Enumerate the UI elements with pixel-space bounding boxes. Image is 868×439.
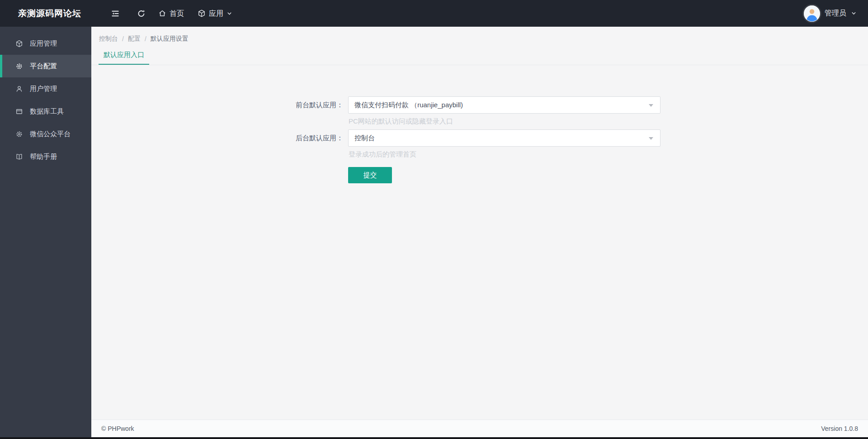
menu-fold-icon	[111, 9, 120, 18]
form-row-admin-default-app: 后台默认应用： 控制台	[91, 129, 868, 147]
nav-home[interactable]: 首页	[158, 9, 184, 18]
refresh-button[interactable]	[137, 9, 146, 18]
bottom-edge-strip	[0, 437, 868, 439]
sidebar-item-label: 应用管理	[30, 39, 57, 48]
sidebar-item-label: 帮助手册	[30, 153, 57, 161]
admin-default-app-help: 登录成功后的管理首页	[349, 150, 868, 159]
book-icon	[15, 153, 23, 161]
sidebar-item-label: 用户管理	[30, 85, 57, 93]
sidebar-item-app-management[interactable]: 应用管理	[0, 32, 91, 55]
sidebar-item-label: 数据库工具	[30, 107, 64, 116]
front-default-app-label: 前台默认应用：	[91, 101, 343, 110]
home-icon	[158, 10, 166, 18]
footer: © PHPwork Version 1.0.8	[91, 420, 868, 437]
admin-default-app-label: 后台默认应用：	[91, 134, 343, 143]
cube-icon	[15, 40, 23, 48]
tabs-divider	[91, 65, 868, 65]
refresh-icon	[137, 9, 146, 18]
front-default-app-value: 微信支付扫码付款 （ruanjie_paybill)	[354, 101, 463, 110]
gear-icon	[15, 62, 23, 70]
admin-default-app-select[interactable]: 控制台	[348, 129, 660, 147]
sidebar-item-help-manual[interactable]: 帮助手册	[0, 145, 91, 168]
chevron-down-icon	[226, 10, 232, 16]
window-icon	[15, 108, 23, 115]
settings-form: 前台默认应用： 微信支付扫码付款 （ruanjie_paybill) PC网站的…	[91, 96, 868, 183]
sidebar-item-wechat-platform[interactable]: 微信公众平台	[0, 123, 91, 145]
sidebar-item-label: 微信公众平台	[30, 130, 71, 138]
user-menu[interactable]: 管理员	[804, 5, 857, 22]
footer-copyright: © PHPwork	[101, 425, 134, 432]
select-caret-icon	[649, 137, 653, 140]
chevron-down-icon	[851, 10, 857, 16]
form-row-front-default-app: 前台默认应用： 微信支付扫码付款 （ruanjie_paybill)	[91, 96, 868, 114]
nav-apps[interactable]: 应用	[198, 9, 232, 18]
user-icon	[15, 85, 23, 93]
footer-version: Version 1.0.8	[821, 425, 858, 432]
cube-icon	[198, 10, 206, 18]
breadcrumb-item-config[interactable]: 配置	[128, 35, 141, 43]
breadcrumb-separator: /	[122, 35, 124, 43]
nav-apps-label: 应用	[209, 9, 223, 18]
tab-default-app-entry[interactable]: 默认应用入口	[99, 51, 149, 65]
sidebar-item-database-tools[interactable]: 数据库工具	[0, 100, 91, 123]
nav-home-label: 首页	[170, 9, 184, 18]
cog-icon	[15, 130, 23, 138]
avatar	[804, 5, 820, 22]
breadcrumb-item-console[interactable]: 控制台	[99, 35, 118, 43]
sidebar: 应用管理 平台配置 用户管理 数据库工具	[0, 27, 91, 439]
select-caret-icon	[649, 104, 653, 107]
topbar: 亲测源码网论坛 首页	[0, 0, 868, 27]
admin-default-app-value: 控制台	[354, 134, 375, 143]
sidebar-item-platform-config[interactable]: 平台配置	[0, 55, 91, 77]
front-default-app-help: PC网站的默认访问或隐藏登录入口	[349, 117, 868, 126]
sidebar-item-label: 平台配置	[30, 62, 57, 71]
menu-fold-button[interactable]	[111, 9, 120, 18]
front-default-app-select[interactable]: 微信支付扫码付款 （ruanjie_paybill)	[348, 96, 660, 114]
breadcrumb: 控制台 / 配置 / 默认应用设置	[99, 35, 189, 43]
user-name: 管理员	[825, 9, 846, 18]
breadcrumb-separator: /	[145, 35, 146, 43]
breadcrumb-item-current: 默认应用设置	[151, 35, 189, 43]
submit-button[interactable]: 提交	[348, 167, 392, 183]
sidebar-item-user-management[interactable]: 用户管理	[0, 77, 91, 100]
site-title: 亲测源码网论坛	[18, 8, 81, 19]
main-content: 控制台 / 配置 / 默认应用设置 默认应用入口 前台默认应用： 微信支付扫码付…	[91, 27, 868, 439]
